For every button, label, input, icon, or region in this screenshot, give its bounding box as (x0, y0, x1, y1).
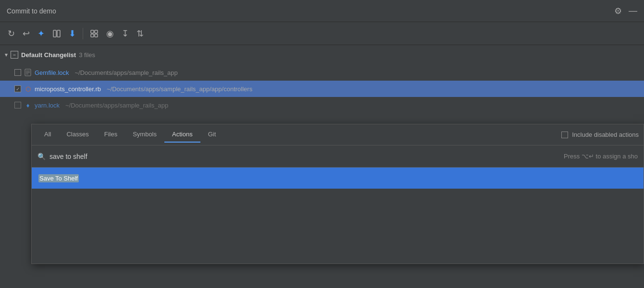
collapse-icon[interactable]: – (11, 51, 18, 59)
window-title: Commit to demo (7, 7, 56, 15)
svg-rect-5 (95, 34, 98, 37)
svg-rect-0 (53, 30, 56, 37)
svg-rect-3 (95, 30, 98, 33)
toolbar-separator-1 (83, 28, 83, 39)
tab-files[interactable]: Files (97, 127, 125, 143)
download-button[interactable]: ⬇ (66, 26, 79, 41)
expand-chevron[interactable]: ▾ (5, 52, 8, 58)
tab-all[interactable]: All (37, 127, 59, 143)
svg-rect-4 (91, 34, 94, 37)
move-button[interactable]: ✦ (35, 26, 48, 41)
structure-button[interactable] (87, 27, 101, 40)
tab-actions[interactable]: Actions (164, 127, 200, 143)
file-count: 3 files (79, 51, 95, 59)
action-popup: All Classes Files Symbols Actions Git In… (31, 124, 644, 264)
file-path-yarn: ~/Documents/apps/sample_rails_app (65, 102, 168, 109)
result-label: Save To Shelf (38, 175, 79, 182)
tab-symbols[interactable]: Symbols (125, 127, 164, 143)
svg-rect-2 (91, 30, 94, 33)
tab-git[interactable]: Git (200, 127, 224, 143)
checkbox-microposts[interactable] (14, 85, 21, 92)
file-name-microposts: microposts_controller.rb (35, 85, 101, 93)
file-icon-gemfile (24, 69, 32, 76)
undo-button[interactable]: ↩ (20, 26, 33, 41)
file-item-microposts[interactable]: ⬡ microposts_controller.rb ~/Documents/a… (0, 81, 644, 97)
popup-search-bar: 🔍 save to shelf Press ⌥↵ to assign a sho (32, 145, 644, 168)
file-icon-yarn: ♦ (24, 101, 32, 109)
eye-button[interactable]: ◉ (103, 26, 117, 41)
diff-button[interactable] (50, 27, 64, 40)
file-name-yarn: yarn.lock (35, 102, 60, 109)
sort-desc-button[interactable]: ⇅ (134, 26, 147, 41)
refresh-button[interactable]: ↻ (5, 26, 18, 41)
svg-rect-1 (57, 30, 60, 37)
file-path-microposts: ~/Documents/apps/sample_rails_app/app/co… (107, 85, 252, 93)
shortcut-hint: Press ⌥↵ to assign a sho (564, 153, 638, 160)
changelist-name: Default Changelist (21, 51, 76, 59)
window-controls: ⚙ — (614, 6, 637, 16)
file-name-gemfile: Gemfile.lock (35, 69, 69, 76)
popup-tabs: All Classes Files Symbols Actions Git In… (32, 124, 644, 145)
title-bar: Commit to demo ⚙ — (0, 0, 644, 22)
file-list: ▾ – Default Changelist 3 files Gemfile.l… (0, 45, 644, 113)
settings-icon[interactable]: ⚙ (614, 6, 622, 16)
search-icon: 🔍 (37, 153, 46, 160)
include-disabled-label: Include disabled actions (572, 131, 639, 138)
toolbar: ↻ ↩ ✦ ⬇ ◉ ↧ ⇅ (0, 22, 644, 45)
file-icon-microposts: ⬡ (24, 85, 32, 93)
sort-asc-button[interactable]: ↧ (119, 26, 132, 41)
include-disabled-section: Include disabled actions (561, 131, 639, 138)
minimize-icon[interactable]: — (629, 6, 637, 16)
file-path-gemfile: ~/Documents/apps/sample_rails_app (75, 69, 178, 76)
include-disabled-checkbox[interactable] (561, 132, 568, 138)
match-highlight: Save To Shelf (38, 174, 79, 182)
tab-classes[interactable]: Classes (59, 127, 96, 143)
search-value[interactable]: save to shelf (50, 153, 560, 160)
result-item-save-to-shelf[interactable]: Save To Shelf (32, 168, 644, 189)
file-item-gemfile[interactable]: Gemfile.lock ~/Documents/apps/sample_rai… (0, 64, 644, 81)
changelist-header[interactable]: ▾ – Default Changelist 3 files (0, 45, 644, 64)
file-item-yarn[interactable]: ♦ yarn.lock ~/Documents/apps/sample_rail… (0, 97, 644, 113)
checkbox-yarn[interactable] (14, 102, 21, 108)
popup-results: Save To Shelf (32, 168, 644, 264)
checkbox-gemfile[interactable] (14, 69, 21, 76)
